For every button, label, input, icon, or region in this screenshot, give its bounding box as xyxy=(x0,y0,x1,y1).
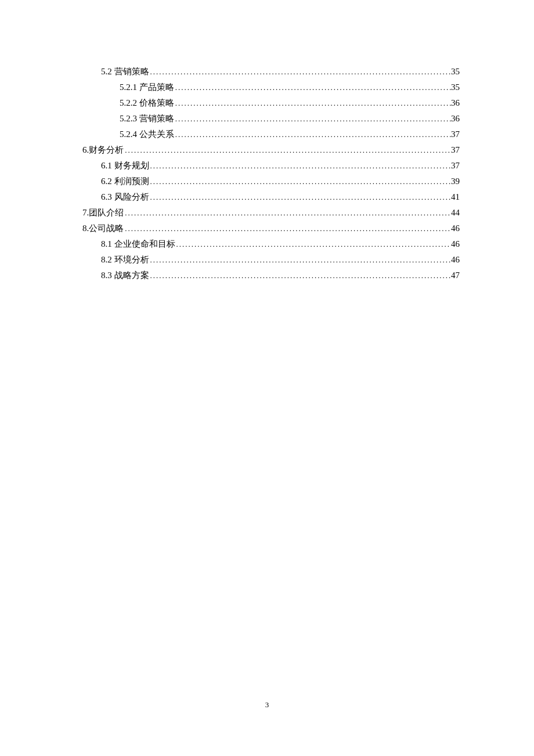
toc-label: 8.3 战略方案 xyxy=(101,268,149,283)
toc-page-number: 41 xyxy=(451,189,460,204)
toc-dots xyxy=(149,174,452,189)
toc-page-number: 46 xyxy=(451,221,460,236)
toc-dots xyxy=(174,127,451,142)
toc-label: 6.3 风险分析 xyxy=(101,189,149,204)
toc-label: 6.财务分析 xyxy=(82,142,124,157)
toc-label: 6.1 财务规划 xyxy=(101,158,149,173)
toc-entry: 5.2 营销策略35 xyxy=(82,64,460,80)
toc-page-number: 47 xyxy=(451,268,460,283)
toc-label: 5.2.4 公共关系 xyxy=(120,127,174,142)
toc-page-number: 37 xyxy=(451,142,460,157)
toc-label: 5.2.1 产品策略 xyxy=(120,80,174,95)
toc-dots xyxy=(149,253,452,268)
toc-entry: 8.1 企业使命和目标46 xyxy=(82,236,460,252)
toc-page-number: 46 xyxy=(451,236,460,251)
toc-dots xyxy=(149,64,452,80)
toc-page-number: 36 xyxy=(451,95,460,110)
toc-dots xyxy=(174,111,451,127)
toc-dots xyxy=(174,96,451,111)
toc-page-number: 46 xyxy=(451,252,460,267)
document-page: 5.2 营销策略355.2.1 产品策略355.2.2 价格策略365.2.3 … xyxy=(0,0,534,283)
toc-entry: 5.2.2 价格策略36 xyxy=(82,95,460,111)
toc-entry: 6.财务分析37 xyxy=(82,142,460,158)
toc-entry: 8.2 环境分析46 xyxy=(82,252,460,268)
toc-page-number: 35 xyxy=(451,64,460,79)
toc-entry: 6.1 财务规划37 xyxy=(82,158,460,174)
toc-entry: 5.2.3 营销策略36 xyxy=(82,111,460,127)
toc-dots xyxy=(149,190,452,205)
toc-entry: 8.公司战略46 xyxy=(82,221,460,236)
toc-page-number: 37 xyxy=(451,158,460,173)
toc-dots xyxy=(175,237,452,252)
toc-entry: 8.3 战略方案47 xyxy=(82,268,460,283)
toc-entry: 6.3 风险分析41 xyxy=(82,189,460,205)
toc-entry: 5.2.4 公共关系37 xyxy=(82,127,460,142)
toc-label: 5.2 营销策略 xyxy=(101,64,149,79)
toc-dots xyxy=(124,206,451,221)
toc-label: 5.2.2 价格策略 xyxy=(120,95,174,110)
toc-dots xyxy=(174,80,451,95)
page-number: 3 xyxy=(0,700,534,710)
toc-page-number: 35 xyxy=(451,80,460,95)
toc-dots xyxy=(124,221,451,236)
toc-label: 8.1 企业使命和目标 xyxy=(101,236,175,251)
toc-label: 8.公司战略 xyxy=(82,221,124,236)
toc-label: 8.2 环境分析 xyxy=(101,252,149,267)
toc-page-number: 44 xyxy=(451,205,460,220)
toc-page-number: 36 xyxy=(451,111,460,126)
toc-entry: 6.2 利润预测39 xyxy=(82,174,460,189)
toc-dots xyxy=(124,143,451,158)
toc-page-number: 39 xyxy=(451,174,460,189)
toc-dots xyxy=(149,159,452,174)
toc-entry: 7.团队介绍44 xyxy=(82,205,460,221)
toc-label: 7.团队介绍 xyxy=(82,205,124,220)
toc-entry: 5.2.1 产品策略35 xyxy=(82,80,460,95)
toc-label: 5.2.3 营销策略 xyxy=(120,111,174,126)
toc-dots xyxy=(149,268,452,283)
toc-page-number: 37 xyxy=(451,127,460,142)
table-of-contents: 5.2 营销策略355.2.1 产品策略355.2.2 价格策略365.2.3 … xyxy=(82,64,460,283)
toc-label: 6.2 利润预测 xyxy=(101,174,149,189)
